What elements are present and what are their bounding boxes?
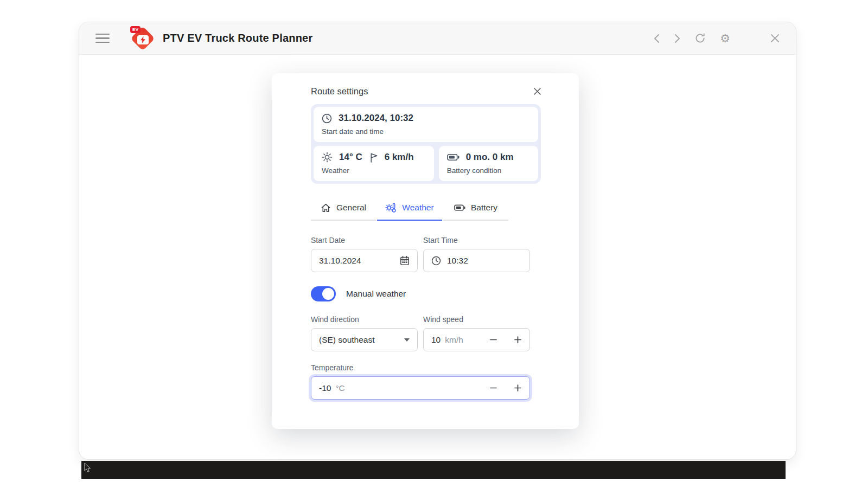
home-icon bbox=[321, 203, 331, 213]
reload-icon[interactable] bbox=[695, 33, 705, 43]
sun-thermometer-icon bbox=[385, 202, 397, 213]
battery-icon bbox=[447, 153, 459, 162]
start-date-value: 31.10.2024 bbox=[319, 256, 361, 266]
clock-icon bbox=[322, 113, 332, 124]
cursor-icon bbox=[84, 463, 91, 476]
wind-direction-label: Wind direction bbox=[311, 315, 418, 324]
tab-weather[interactable]: Weather bbox=[377, 197, 442, 221]
tab-battery-label: Battery bbox=[471, 203, 497, 213]
battery-condition-value: 0 mo. 0 km bbox=[466, 152, 514, 163]
weather-card-label: Weather bbox=[322, 166, 426, 175]
settings-gear-icon[interactable]: ⚙ bbox=[720, 33, 730, 44]
route-settings-dialog: Route settings 31.10.2024, 10:32 Start d… bbox=[272, 73, 579, 429]
ev-badge: EV bbox=[130, 26, 141, 33]
tab-general[interactable]: General bbox=[311, 197, 376, 221]
forward-icon[interactable] bbox=[674, 34, 680, 43]
settings-tabs: General Weather Battery bbox=[311, 197, 508, 221]
app-logo: EV bbox=[130, 26, 155, 51]
wind-speed-input[interactable]: 10 km/h bbox=[423, 328, 530, 351]
start-datetime-value: 31.10.2024, 10:32 bbox=[339, 113, 413, 124]
bottom-bar bbox=[81, 461, 786, 479]
start-time-label: Start Time bbox=[423, 236, 530, 245]
weather-temperature-value: 14° C bbox=[339, 152, 362, 163]
weather-wind-value: 6 km/h bbox=[385, 152, 414, 163]
manual-weather-label: Manual weather bbox=[346, 289, 406, 299]
hamburger-menu-icon[interactable] bbox=[95, 34, 110, 43]
wind-direction-select[interactable]: (SE) southeast bbox=[311, 328, 418, 351]
wind-speed-decrement-button[interactable] bbox=[489, 336, 497, 344]
temperature-unit: °C bbox=[335, 383, 344, 393]
weather-settings-form: Start Date 31.10.2024 Start Time 10:32 bbox=[311, 236, 530, 400]
app-title: PTV EV Truck Route Planner bbox=[163, 32, 312, 44]
dialog-title: Route settings bbox=[311, 86, 368, 97]
toggle-knob bbox=[322, 288, 334, 300]
wind-speed-label: Wind speed bbox=[423, 315, 530, 324]
lightning-bolt-icon bbox=[137, 35, 149, 44]
start-date-input[interactable]: 31.10.2024 bbox=[311, 249, 418, 272]
tab-battery[interactable]: Battery bbox=[443, 197, 508, 221]
wind-speed-increment-button[interactable] bbox=[514, 336, 522, 344]
chevron-down-icon bbox=[404, 338, 410, 342]
wind-direction-value: (SE) southeast bbox=[319, 335, 375, 345]
start-time-input[interactable]: 10:32 bbox=[423, 249, 530, 272]
window-close-icon[interactable] bbox=[770, 34, 780, 43]
temperature-decrement-button[interactable] bbox=[489, 384, 497, 392]
calendar-icon[interactable] bbox=[400, 255, 410, 266]
manual-weather-toggle[interactable] bbox=[311, 286, 336, 301]
summary-panel: 31.10.2024, 10:32 Start date and time 14… bbox=[311, 104, 541, 184]
titlebar: EV PTV EV Truck Route Planner ⚙ bbox=[79, 22, 796, 55]
wind-flag-icon bbox=[369, 152, 378, 163]
battery-card[interactable]: 0 mo. 0 km Battery condition bbox=[439, 146, 538, 181]
temperature-increment-button[interactable] bbox=[514, 384, 522, 392]
start-time-value: 10:32 bbox=[447, 256, 468, 266]
battery-card-label: Battery condition bbox=[447, 166, 530, 175]
wind-speed-value: 10 bbox=[431, 335, 441, 345]
wind-speed-unit: km/h bbox=[445, 335, 463, 345]
sun-icon bbox=[322, 152, 333, 163]
weather-card[interactable]: 14° C 6 km/h Weather bbox=[314, 146, 434, 181]
tab-general-label: General bbox=[336, 203, 366, 213]
battery-tab-icon bbox=[454, 204, 465, 211]
temperature-value: -10 bbox=[319, 383, 331, 393]
tab-weather-label: Weather bbox=[402, 203, 433, 213]
start-date-label: Start Date bbox=[311, 236, 418, 245]
start-datetime-label: Start date and time bbox=[322, 127, 530, 136]
start-datetime-card[interactable]: 31.10.2024, 10:32 Start date and time bbox=[314, 107, 538, 142]
dialog-close-icon[interactable] bbox=[534, 88, 541, 95]
temperature-input[interactable]: -10 °C bbox=[311, 376, 530, 400]
temperature-label: Temperature bbox=[311, 363, 530, 372]
back-icon[interactable] bbox=[654, 34, 660, 43]
time-clock-icon bbox=[431, 256, 441, 266]
